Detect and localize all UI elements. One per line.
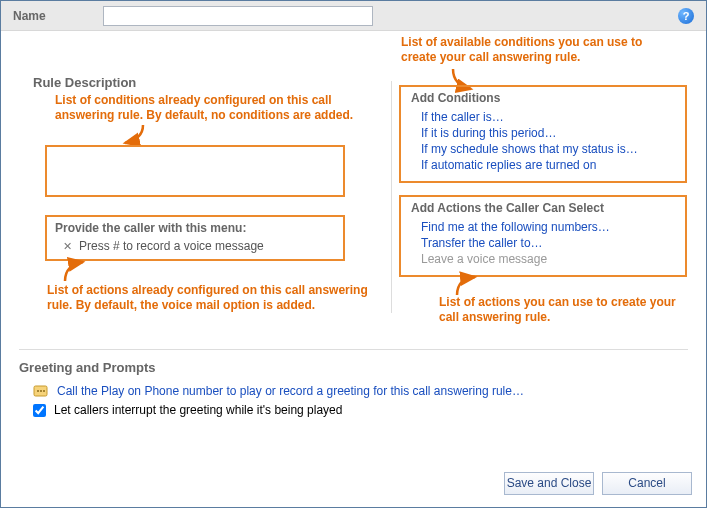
- svg-point-1: [37, 390, 39, 392]
- action-find-me[interactable]: Find me at the following numbers…: [421, 219, 675, 235]
- play-on-phone-link[interactable]: Call the Play on Phone number to play or…: [57, 384, 524, 398]
- annotation-actions-configured: List of actions already configured on th…: [47, 283, 377, 313]
- add-conditions-title: Add Conditions: [411, 91, 675, 105]
- annotation-actions-available: List of actions you can use to create yo…: [439, 295, 679, 325]
- divider: [391, 81, 392, 313]
- condition-if-during-period[interactable]: If it is during this period…: [421, 125, 675, 141]
- condition-if-status[interactable]: If my schedule shows that my status is…: [421, 141, 675, 157]
- annotation-conditions-configured: List of conditions already configured on…: [55, 93, 355, 123]
- cancel-button[interactable]: Cancel: [602, 472, 692, 495]
- add-actions-title: Add Actions the Caller Can Select: [411, 201, 675, 215]
- delete-icon[interactable]: ✕: [61, 240, 73, 253]
- save-and-close-button[interactable]: Save and Close: [504, 472, 594, 495]
- add-conditions-box: Add Conditions If the caller is… If it i…: [399, 85, 687, 183]
- menu-item-label: Press # to record a voice message: [79, 239, 264, 253]
- name-input[interactable]: [103, 6, 373, 26]
- action-leave-voice-message: Leave a voice message: [421, 251, 675, 267]
- configured-conditions-box: [45, 145, 345, 197]
- help-icon[interactable]: ?: [678, 8, 694, 24]
- phone-icon: [33, 383, 49, 399]
- condition-if-auto-replies[interactable]: If automatic replies are turned on: [421, 157, 675, 173]
- name-label: Name: [13, 9, 103, 23]
- greeting-section: Greeting and Prompts Call the Play on Ph…: [19, 349, 688, 419]
- interrupt-greeting-label: Let callers interrupt the greeting while…: [54, 403, 342, 417]
- rule-description-title: Rule Description: [33, 75, 136, 90]
- condition-if-caller-is[interactable]: If the caller is…: [421, 109, 675, 125]
- greeting-title: Greeting and Prompts: [19, 360, 688, 375]
- action-transfer-caller[interactable]: Transfer the caller to…: [421, 235, 675, 251]
- caller-menu-box: Provide the caller with this menu: ✕ Pre…: [45, 215, 345, 261]
- svg-point-2: [40, 390, 42, 392]
- menu-item-record-voice[interactable]: ✕ Press # to record a voice message: [55, 235, 335, 257]
- caller-menu-title: Provide the caller with this menu:: [55, 221, 335, 235]
- annotation-conditions-available: List of available conditions you can use…: [401, 35, 671, 65]
- interrupt-greeting-checkbox[interactable]: [33, 404, 46, 417]
- add-actions-box: Add Actions the Caller Can Select Find m…: [399, 195, 687, 277]
- svg-point-3: [43, 390, 45, 392]
